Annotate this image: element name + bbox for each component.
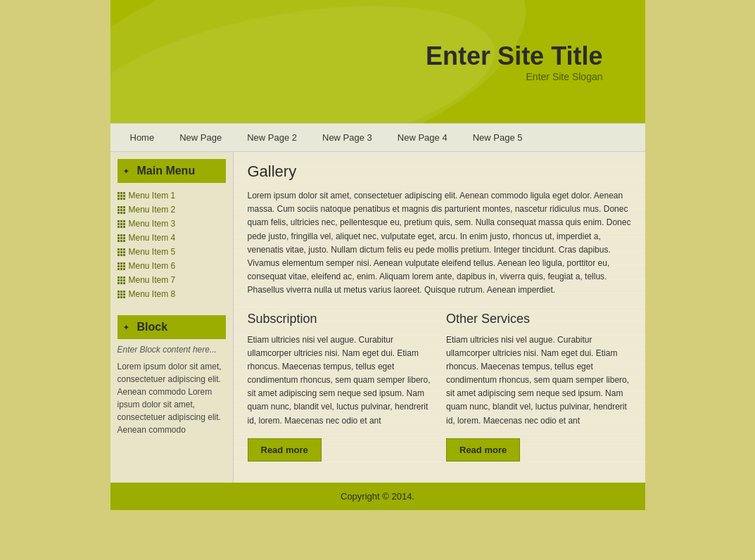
gallery-section: Gallery Lorem ipsum dolor sit amet, cons…: [248, 163, 631, 298]
subscription-heading: Subscription: [248, 312, 433, 326]
list-item: Menu Item 2: [118, 203, 226, 217]
nav-item-new-page-2[interactable]: New Page 2: [234, 124, 310, 151]
block-title: Block: [118, 315, 226, 339]
grid-icon: [118, 192, 125, 200]
gallery-heading: Gallery: [248, 163, 631, 181]
outer-wrapper: Enter Site Title Enter Site Slogan Home …: [110, 0, 645, 510]
sidebar: Main Menu Menu Item 1 Me: [110, 152, 234, 483]
subscription-read-more-button[interactable]: Read more: [248, 438, 322, 462]
grid-icon: [118, 276, 125, 284]
menu-item-3[interactable]: Menu Item 3: [129, 219, 176, 229]
other-services-heading: Other Services: [446, 312, 631, 326]
main-nav: Home New Page New Page 2 New Page 3 New …: [110, 123, 645, 152]
list-item: Menu Item 3: [118, 217, 226, 231]
site-slogan: Enter Site Slogan: [526, 71, 603, 82]
grid-icon: [118, 248, 125, 256]
subscription-section: Subscription Etiam ultricies nisi vel au…: [248, 312, 433, 462]
nav-item-new-page[interactable]: New Page: [167, 124, 234, 151]
menu-item-2[interactable]: Menu Item 2: [129, 205, 176, 215]
menu-item-7[interactable]: Menu Item 7: [129, 275, 176, 285]
main-content: Gallery Lorem ipsum dolor sit amet, cons…: [234, 152, 645, 483]
menu-item-6[interactable]: Menu Item 6: [129, 261, 176, 271]
list-item: Menu Item 4: [118, 231, 226, 245]
other-services-body: Etiam ultricies nisi vel augue. Curabitu…: [446, 333, 631, 428]
content-wrapper: Main Menu Menu Item 1 Me: [110, 152, 645, 483]
two-column-section: Subscription Etiam ultricies nisi vel au…: [248, 312, 631, 462]
menu-item-5[interactable]: Menu Item 5: [129, 247, 176, 257]
block-lorem: Lorem ipsum dolor sit amet, consectetuer…: [118, 360, 226, 436]
grid-icon: [118, 206, 125, 214]
nav-item-new-page-3[interactable]: New Page 3: [310, 124, 385, 151]
list-item: Menu Item 1: [118, 189, 226, 203]
block-placeholder: Enter Block content here...: [118, 345, 226, 355]
menu-item-1[interactable]: Menu Item 1: [129, 191, 176, 201]
site-title: Enter Site Title: [426, 42, 602, 71]
nav-item-new-page-4[interactable]: New Page 4: [385, 124, 460, 151]
other-services-section: Other Services Etiam ultricies nisi vel …: [446, 312, 631, 462]
grid-icon: [118, 262, 125, 270]
menu-item-8[interactable]: Menu Item 8: [129, 289, 176, 299]
copyright-text: Copyright © 2014.: [341, 491, 414, 502]
main-menu-list: Menu Item 1 Menu Item 2: [118, 189, 226, 301]
list-item: Menu Item 6: [118, 259, 226, 273]
grid-icon: [118, 220, 125, 228]
list-item: Menu Item 8: [118, 287, 226, 301]
subscription-body: Etiam ultricies nisi vel augue. Curabitu…: [248, 333, 433, 428]
menu-item-4[interactable]: Menu Item 4: [129, 233, 176, 243]
list-item: Menu Item 7: [118, 273, 226, 287]
grid-icon: [118, 291, 125, 298]
nav-item-home[interactable]: Home: [118, 124, 167, 151]
other-services-read-more-button[interactable]: Read more: [446, 438, 520, 462]
header: Enter Site Title Enter Site Slogan: [110, 0, 645, 123]
main-menu-title: Main Menu: [118, 159, 226, 183]
footer: Copyright © 2014.: [110, 483, 645, 510]
list-item: Menu Item 5: [118, 245, 226, 259]
nav-item-new-page-5[interactable]: New Page 5: [460, 124, 535, 151]
gallery-body: Lorem ipsum dolor sit amet, consectetuer…: [248, 189, 631, 298]
grid-icon: [118, 234, 125, 242]
